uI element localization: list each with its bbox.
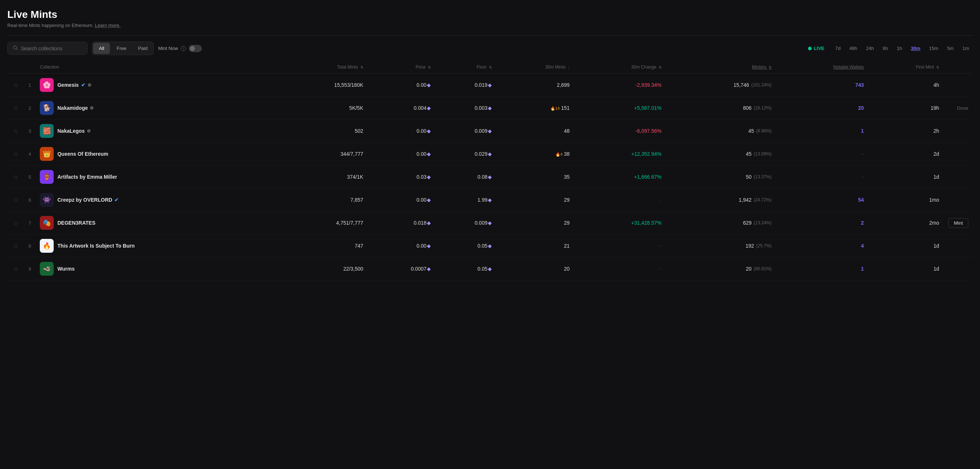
row-rank: 9 (29, 266, 31, 272)
filter-paid-button[interactable]: Paid (132, 43, 153, 54)
minters: 45(8.96%) (666, 120, 776, 143)
col-price[interactable]: Price ⇅ (368, 61, 435, 74)
star-button-6[interactable]: ☆ (12, 220, 20, 227)
star-button-2[interactable]: ☆ (12, 128, 20, 135)
col-total-mints[interactable]: Total Mints ⇅ (279, 61, 368, 74)
col-minters[interactable]: Minters ⇅ (666, 61, 776, 74)
mint-button[interactable]: Mint (948, 218, 968, 228)
collection-name: Wurms (57, 266, 75, 272)
total-mints: 22/3,500 (279, 257, 368, 280)
col-first-mint[interactable]: First Mint ⇅ (868, 61, 943, 74)
first-mint: 1d (868, 166, 943, 189)
time-1m[interactable]: 1m (959, 44, 973, 53)
total-mints: 7,857 (279, 189, 368, 212)
table-row: ☆3 🧱 NakaLegos ⊘ 5020.00◆0.009◆48-6,097.… (7, 120, 973, 143)
time-15m[interactable]: 15m (926, 44, 942, 53)
time-5m[interactable]: 5m (943, 44, 957, 53)
col-floor[interactable]: Floor ⇅ (435, 61, 496, 74)
row-rank: 2 (29, 105, 31, 111)
30m-change: -6,097.56% (574, 120, 666, 143)
divider (7, 35, 973, 36)
star-button-0[interactable]: ☆ (12, 82, 20, 89)
collection-avatar: 👑 (40, 147, 54, 161)
filter-all-button[interactable]: All (93, 43, 110, 54)
tag-icon: ⊘ (90, 105, 94, 111)
mint-now-label: Mint Now (158, 46, 178, 51)
action-cell (943, 143, 973, 166)
time-48h[interactable]: 48h (846, 44, 861, 53)
total-mints: 5K/5K (279, 97, 368, 120)
collection-name: Artifacts by Emma Miller (57, 174, 117, 180)
total-mints: 502 (279, 120, 368, 143)
minters: 15,746(101.24%) (666, 74, 776, 97)
collection-cell: 🪱 Wurms (40, 262, 274, 276)
action-cell (943, 189, 973, 212)
30m-mints: 29 (496, 212, 574, 234)
30m-mints: 29 (496, 189, 574, 212)
search-input[interactable] (21, 46, 82, 51)
time-6h[interactable]: 6h (879, 44, 892, 53)
collection-cell: 👾 Creepz by OVERLORD ✔ (40, 193, 274, 207)
table-row: ☆4 👑 Queens Of Ethereum 344/7,7770.00◆0.… (7, 143, 973, 166)
30m-change: +12,352.94% (574, 143, 666, 166)
30m-mints: 35 (496, 166, 574, 189)
row-rank: 5 (29, 174, 31, 180)
verified-icon: ✔ (114, 197, 119, 203)
30m-mints: 20 (496, 257, 574, 280)
learn-more-link[interactable]: Learn more. (95, 22, 121, 28)
collection-name: DEGEN3RATES (57, 220, 95, 226)
fire-icon: 🔥4 (555, 152, 563, 157)
30m-mints: 48 (496, 120, 574, 143)
star-button-5[interactable]: ☆ (12, 196, 20, 203)
col-30m-mints[interactable]: 30m Mints ↓ (496, 61, 574, 74)
collection-cell: 🏺 Artifacts by Emma Miller (40, 170, 274, 184)
30m-change: +31,428.57% (574, 212, 666, 234)
price: 0.004◆ (368, 97, 435, 120)
mint-now-toggle[interactable] (189, 45, 202, 52)
star-button-1[interactable]: ☆ (12, 105, 20, 112)
collection-cell: 🌸 Gemesis ✔ ⊘ (40, 78, 274, 92)
collection-avatar: 🧱 (40, 124, 54, 138)
time-7d[interactable]: 7d (832, 44, 844, 53)
page-title: Live Mints (7, 9, 973, 21)
mint-now-group: Mint Now i (158, 45, 202, 52)
table-wrapper: Collection Total Mints ⇅ Price ⇅ Floor ⇅… (7, 61, 973, 280)
minters: 20(90.91%) (666, 257, 776, 280)
action-cell (943, 74, 973, 97)
collection-cell: 🔥 This Artwork Is Subject To Burn (40, 239, 274, 253)
star-button-7[interactable]: ☆ (12, 242, 20, 249)
floor: 0.003◆ (435, 97, 496, 120)
table-row: ☆2 🐕 Nakamidoge ⊘ 5K/5K0.004◆0.003◆🔥14 1… (7, 97, 973, 120)
action-cell: Done (943, 97, 973, 120)
time-24h[interactable]: 24h (862, 44, 878, 53)
floor: 0.029◆ (435, 143, 496, 166)
svg-line-1 (16, 49, 18, 50)
star-button-8[interactable]: ☆ (12, 266, 20, 273)
filter-group: All Free Paid (92, 41, 154, 55)
time-30m[interactable]: 30m (907, 44, 924, 53)
price: 0.0007◆ (368, 257, 435, 280)
time-1h[interactable]: 1h (893, 44, 905, 53)
first-mint: 2d (868, 143, 943, 166)
col-30m-change[interactable]: 30m Change ⇅ (574, 61, 666, 74)
price: 0.00◆ (368, 120, 435, 143)
done-label: Done (957, 105, 968, 111)
col-collection[interactable]: Collection (35, 61, 278, 74)
first-mint: 1d (868, 257, 943, 280)
search-icon (13, 45, 18, 51)
collection-name: Creepz by OVERLORD ✔ (57, 197, 119, 203)
filter-free-button[interactable]: Free (111, 43, 132, 54)
col-notable-wallets[interactable]: Notable Wallets (776, 61, 868, 74)
star-button-4[interactable]: ☆ (12, 174, 20, 181)
fire-icon: 🔥14 (550, 106, 560, 111)
floor: 0.08◆ (435, 166, 496, 189)
tag-icon: ⊘ (88, 82, 91, 87)
table-header-row: Collection Total Mints ⇅ Price ⇅ Floor ⇅… (7, 61, 973, 74)
page-subtitle: Real-time Mints happening on Ethereum. L… (7, 22, 973, 28)
star-button-3[interactable]: ☆ (12, 151, 20, 158)
first-mint: 1d (868, 234, 943, 257)
action-cell (943, 120, 973, 143)
collection-avatar: 🏺 (40, 170, 54, 184)
minters: 629(13.24%) (666, 212, 776, 234)
minters: 192(25.7%) (666, 234, 776, 257)
